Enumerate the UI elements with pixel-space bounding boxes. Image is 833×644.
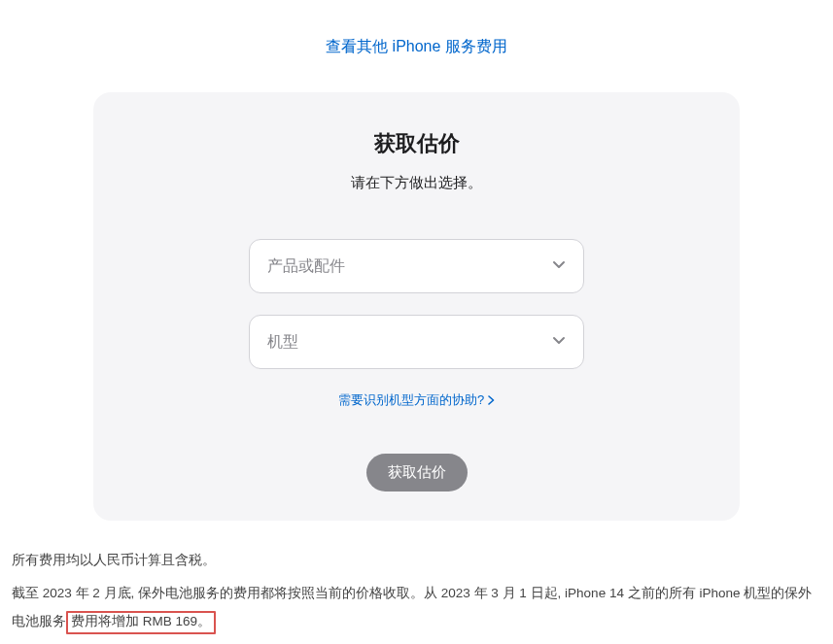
model-select-placeholder: 机型 bbox=[267, 332, 298, 353]
product-select-placeholder: 产品或配件 bbox=[267, 256, 345, 277]
card-title: 获取估价 bbox=[93, 129, 740, 158]
model-select[interactable]: 机型 bbox=[249, 315, 584, 369]
footer-line-2: 截至 2023 年 2 月底, 保外电池服务的费用都将按照当前的价格收取。从 2… bbox=[12, 579, 821, 636]
footer-line-1: 所有费用均以人民币计算且含税。 bbox=[12, 546, 821, 575]
chevron-down-icon bbox=[552, 333, 566, 351]
view-other-services-link[interactable]: 查看其他 iPhone 服务费用 bbox=[326, 38, 507, 54]
get-estimate-button[interactable]: 获取估价 bbox=[366, 454, 468, 491]
estimate-card: 获取估价 请在下方做出选择。 产品或配件 机型 需要识别机型方面的协助? bbox=[93, 92, 740, 521]
price-increase-highlight: 费用将增加 RMB 169。 bbox=[66, 611, 216, 634]
card-subtitle: 请在下方做出选择。 bbox=[93, 174, 740, 192]
chevron-down-icon bbox=[552, 257, 566, 275]
identify-model-help-link[interactable]: 需要识别机型方面的协助? bbox=[338, 391, 495, 409]
top-link-container: 查看其他 iPhone 服务费用 bbox=[10, 0, 823, 69]
product-select[interactable]: 产品或配件 bbox=[249, 239, 584, 293]
help-link-label: 需要识别机型方面的协助? bbox=[338, 391, 484, 409]
footer-text: 所有费用均以人民币计算且含税。 截至 2023 年 2 月底, 保外电池服务的费… bbox=[10, 546, 823, 636]
chevron-right-icon bbox=[488, 393, 495, 408]
help-link-container: 需要识别机型方面的协助? bbox=[93, 390, 740, 409]
